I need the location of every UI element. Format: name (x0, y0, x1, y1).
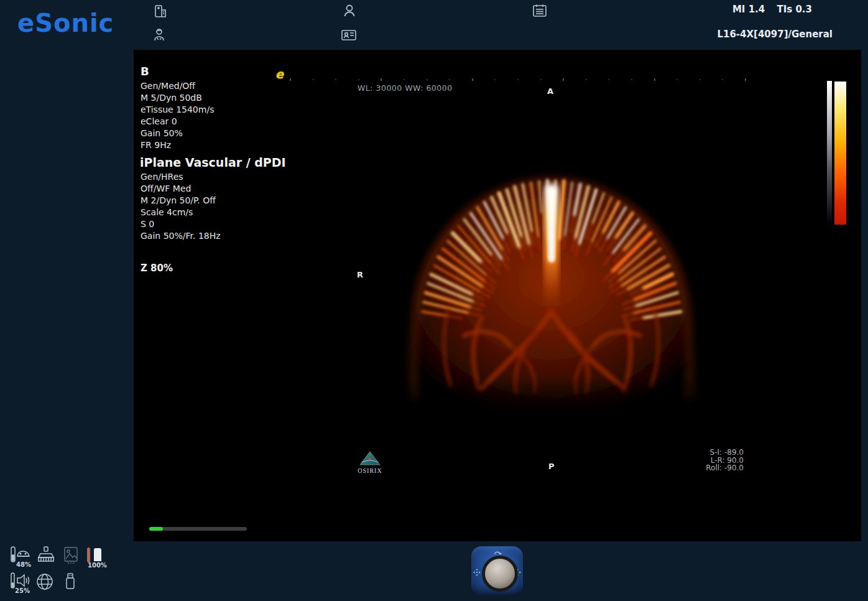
pan-left-icon (473, 567, 481, 579)
ruler-tick (631, 79, 632, 80)
b-mode-title: B (141, 65, 149, 78)
ruler-tick (517, 79, 519, 80)
ruler-tick (586, 79, 587, 80)
network-globe-icon[interactable] (35, 572, 54, 591)
user-icon[interactable] (342, 3, 357, 18)
id-card-icon[interactable] (341, 27, 357, 42)
ruler-tick (722, 79, 723, 80)
zoom-factor-label: Z 80% (141, 263, 173, 274)
window-level-readout: WL: 30000 WW: 60000 (358, 83, 453, 93)
rotation-roll: Roll: -90.0 (706, 464, 744, 472)
orientation-marker-posterior: P (548, 462, 555, 471)
cine-progress-fill (149, 527, 163, 531)
esonic-logo: eSonic (17, 9, 114, 37)
osirix-logo: OSIRIX (356, 451, 384, 474)
battery-icon[interactable] (85, 546, 106, 564)
battery-level: 100% (88, 562, 107, 569)
ultrasound-viewport[interactable]: B Gen/Med/Off M 5/Dyn 50dB eTissue 1540m… (134, 50, 861, 541)
ruler-tick (654, 78, 655, 81)
orientation-marker-right: R (357, 270, 363, 279)
rotation-readout: S-I: -89.0 L-R: 90.0 Roll: -90.0 (706, 449, 744, 472)
orientation-marker-anterior: A (547, 86, 553, 96)
usb-icon[interactable] (63, 572, 77, 591)
clean-brush-icon[interactable] (35, 546, 57, 564)
osirix-wordmark: OSIRIX (356, 467, 384, 474)
ruler-tick (404, 79, 405, 80)
flow-param: Scale 4cm/s (141, 207, 221, 218)
patient-record-icon[interactable] (153, 4, 168, 19)
ruler-tick (494, 79, 496, 80)
probe-preset-label[interactable]: L16-4X[4097]/General (717, 29, 833, 40)
ruler-tick (449, 79, 450, 80)
print-photo-icon[interactable] (63, 546, 79, 565)
ruler-tick (563, 78, 564, 81)
b-param: Gain 50% (141, 128, 214, 139)
esonic-e-badge-icon: e (275, 67, 284, 81)
gel-warmer-icon[interactable] (10, 546, 32, 562)
gel-warmer-level: 48% (16, 561, 31, 568)
ruler-tick (358, 79, 359, 80)
ruler-tick (745, 78, 746, 81)
flow-param: M 2/Dyn 50/P. Off (141, 195, 221, 207)
ruler-tick (608, 79, 609, 80)
trackball-control[interactable] (471, 546, 523, 595)
hot-colormap-colorbar (834, 82, 846, 225)
b-param: M 5/Dyn 50dB (141, 92, 214, 104)
b-param: Gen/Med/Off (141, 80, 214, 92)
volume-level: 25% (15, 587, 30, 594)
osirix-pyramid-icon (359, 451, 381, 466)
doctor-icon[interactable] (152, 27, 167, 42)
flow-mode-parameters: Gen/HRes Off/WF Med M 2/Dyn 50/P. Off Sc… (141, 171, 221, 242)
b-param: FR 9Hz (141, 139, 214, 151)
flow-mode-title: iPlane Vascular / dPDI (140, 156, 286, 169)
flow-param: Off/WF Med (141, 183, 221, 195)
ruler-tick (699, 79, 701, 80)
worklist-icon[interactable] (532, 3, 548, 18)
flow-param: Gain 50%/Fr. 18Hz (141, 230, 221, 242)
trackball-ball[interactable] (482, 556, 518, 592)
grayscale-colorbar (827, 81, 832, 225)
rotation-si: S-I: -89.0 (706, 449, 744, 457)
volume-icon[interactable] (10, 572, 32, 589)
mi-value: MI 1.4 (732, 4, 765, 15)
ruler-tick (335, 79, 336, 80)
ruler-tick (381, 78, 382, 81)
flow-param: S 0 (141, 218, 221, 230)
top-bar: eSonic MI 1.4 TIs 0.3 L16-4X[4097]/Gener… (0, 0, 868, 50)
ruler-tick (472, 78, 473, 81)
ruler-tick (313, 79, 314, 80)
b-mode-parameters: Gen/Med/Off M 5/Dyn 50dB eTissue 1540m/s… (141, 80, 214, 151)
ruler-tick (290, 78, 291, 81)
volume-render-image (134, 50, 861, 541)
cine-progress-bar[interactable] (149, 527, 247, 531)
tis-value: TIs 0.3 (777, 4, 812, 15)
b-param: eClear 0 (141, 116, 214, 128)
b-param: eTissue 1540m/s (141, 104, 214, 116)
flow-param: Gen/HRes (141, 171, 221, 183)
acoustic-output-readout: MI 1.4 TIs 0.3 (724, 4, 812, 15)
ruler-tick (540, 79, 542, 80)
ruler-tick (427, 79, 428, 80)
ruler-tick (676, 79, 678, 80)
status-bar: 48% 100% 25% (0, 541, 868, 601)
